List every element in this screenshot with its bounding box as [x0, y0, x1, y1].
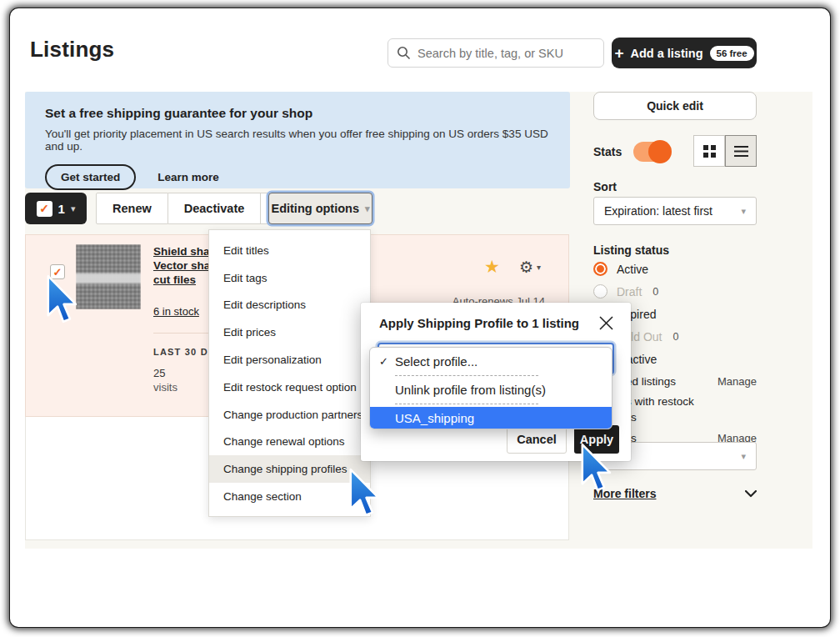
chevron-down-icon: ▾: [71, 203, 76, 214]
add-listing-button[interactable]: + Add a listing 56 free: [612, 38, 757, 68]
select-all-pill[interactable]: ✓ 1 ▾: [25, 193, 87, 224]
banner-body: You'll get priority placement in US sear…: [45, 128, 550, 153]
listing-options-menu[interactable]: ⚙ ▾: [519, 258, 541, 277]
get-started-button[interactable]: Get started: [45, 164, 136, 190]
grid-icon: [703, 145, 716, 158]
chevron-down-icon: [745, 490, 757, 498]
star-icon[interactable]: ★: [484, 257, 500, 277]
option-separator: [395, 375, 538, 376]
search-placeholder: Search by title, tag, or SKU: [418, 47, 563, 60]
menu-item-production-partners[interactable]: Change production partners: [209, 401, 370, 429]
option-usa-shipping[interactable]: USA_shipping: [370, 407, 612, 429]
search-input[interactable]: Search by title, tag, or SKU: [388, 38, 604, 68]
editing-options-menu: Edit titles Edit tags Edit descriptions …: [208, 229, 371, 517]
visits-label: visits: [153, 381, 178, 394]
select-all-checkbox[interactable]: ✓: [37, 201, 52, 217]
menu-item-edit-tags[interactable]: Edit tags: [209, 264, 370, 292]
stats-label: Stats: [593, 145, 622, 158]
screenshot-frame: Listings Search by title, tag, or SKU + …: [0, 0, 840, 637]
radio-icon: [593, 262, 608, 276]
menu-item-shipping-profiles[interactable]: Change shipping profiles: [209, 455, 370, 483]
stock-link[interactable]: 6 in stock: [153, 305, 199, 318]
status-radio-draft[interactable]: Draft 0: [593, 284, 658, 298]
list-view-button[interactable]: [725, 135, 757, 167]
manage-featured-link[interactable]: Manage: [718, 375, 757, 388]
listing-thumbnail[interactable]: [76, 244, 141, 309]
filters-sidebar: Quick edit Stats Sort: [593, 92, 757, 120]
listing-status-label: Listing status: [593, 243, 669, 257]
modal-title: Apply Shipping Profile to 1 listing: [379, 316, 579, 330]
grid-view-button[interactable]: [693, 135, 725, 167]
menu-item-edit-descriptions[interactable]: Edit descriptions: [209, 292, 370, 319]
profile-options-popup: ✓ Select profile... Unlink profile from …: [369, 347, 612, 429]
close-icon[interactable]: [596, 313, 616, 333]
plus-icon: +: [614, 45, 623, 61]
chevron-down-icon: ▾: [537, 263, 541, 272]
listing-checkbox[interactable]: ✓: [50, 264, 65, 279]
more-filters-link[interactable]: More filters: [593, 487, 757, 500]
status-radio-active[interactable]: Active: [593, 262, 659, 276]
menu-item-edit-restock[interactable]: Edit restock request option: [209, 374, 370, 401]
sort-dropdown[interactable]: Expiration: latest first ▾: [593, 197, 757, 225]
sort-label: Sort: [593, 180, 617, 193]
chevron-down-icon: ▾: [365, 203, 370, 214]
apply-shipping-profile-modal: Apply Shipping Profile to 1 listing ✓ Se…: [361, 303, 631, 461]
deactivate-button[interactable]: Deactivate: [168, 193, 262, 224]
banner-title: Set a free shipping guarantee for your s…: [45, 106, 550, 121]
check-icon: ✓: [53, 266, 62, 278]
chevron-down-icon: ▾: [741, 451, 746, 462]
radio-icon: [593, 284, 608, 298]
free-listings-badge: 56 free: [710, 46, 754, 61]
chevron-down-icon: ▾: [741, 206, 746, 217]
cancel-button[interactable]: Cancel: [507, 425, 567, 454]
menu-item-edit-prices[interactable]: Edit prices: [209, 318, 370, 346]
search-icon: [397, 46, 411, 60]
option-unlink-profile[interactable]: Unlink profile from listing(s): [370, 379, 612, 401]
check-icon: ✓: [379, 355, 388, 368]
selected-count: 1: [58, 202, 65, 216]
list-icon: [734, 146, 748, 157]
visits-count: 25: [153, 367, 165, 379]
stats-toggle[interactable]: [633, 142, 670, 162]
quick-edit-button[interactable]: Quick edit: [593, 92, 757, 120]
apply-button[interactable]: Apply: [574, 425, 619, 454]
menu-item-edit-titles[interactable]: Edit titles: [209, 237, 370, 264]
menu-item-change-section[interactable]: Change section: [209, 483, 370, 510]
renew-button[interactable]: Renew: [96, 193, 168, 224]
option-separator: [395, 404, 538, 404]
menu-item-edit-personalization[interactable]: Edit personalization: [209, 346, 370, 374]
learn-more-link[interactable]: Learn more: [158, 171, 219, 183]
view-toggle-group: [693, 135, 757, 167]
editing-options-button[interactable]: Editing options ▾: [268, 193, 372, 224]
check-icon: ✓: [39, 203, 49, 214]
menu-item-renewal-options[interactable]: Change renewal options: [209, 429, 370, 456]
listings-page: Listings Search by title, tag, or SKU + …: [10, 8, 830, 627]
option-select-profile[interactable]: ✓ Select profile...: [370, 350, 612, 373]
free-shipping-banner: Set a free shipping guarantee for your s…: [25, 92, 570, 188]
page-title: Listings: [30, 37, 114, 63]
gear-icon: ⚙: [519, 258, 533, 277]
